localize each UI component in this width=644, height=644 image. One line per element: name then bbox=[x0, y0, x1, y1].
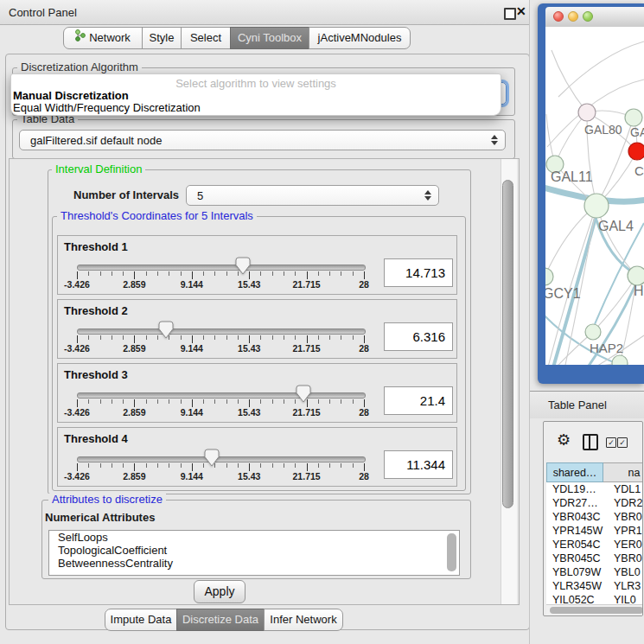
network-node[interactable] bbox=[578, 104, 596, 121]
close-icon[interactable] bbox=[516, 4, 530, 20]
tab-cyni-toolbox-label: Cyni Toolbox bbox=[238, 28, 302, 48]
main-scrollbar-thumb[interactable] bbox=[502, 180, 513, 508]
algorithm-dropdown-popup: Select algorithm to view settings Manual… bbox=[10, 73, 501, 116]
table-cell[interactable]: YDR27… bbox=[552, 496, 598, 510]
tick-label: 28 bbox=[359, 343, 369, 354]
tab-select[interactable]: Select bbox=[181, 27, 231, 49]
numerical-attributes-label: Numerical Attributes bbox=[45, 511, 155, 524]
attribute-item[interactable]: SelfLoops bbox=[49, 531, 459, 544]
table-cell[interactable]: YPR1 bbox=[614, 524, 642, 538]
table-horizontal-scrollbar[interactable] bbox=[546, 604, 643, 615]
threshold-1-slider-handle[interactable] bbox=[235, 257, 251, 275]
threshold-2-value-field[interactable]: 6.316 bbox=[384, 322, 453, 351]
close-traffic-light-icon[interactable] bbox=[553, 11, 564, 22]
number-of-intervals-spinner[interactable]: 5 bbox=[186, 185, 439, 206]
table-data-combobox-value: galFiltered.sif default node bbox=[30, 131, 162, 150]
popup-item-manual-discretization[interactable]: Manual Discretization bbox=[13, 89, 129, 102]
slider-major-ticks bbox=[77, 399, 365, 407]
table-cell[interactable]: YLR3 bbox=[614, 579, 641, 593]
table-cell[interactable]: YBR043C bbox=[552, 510, 601, 524]
tab-jactivemnodules-label: jActiveMNodules bbox=[318, 28, 402, 48]
settings-gear-icon[interactable] bbox=[557, 431, 571, 449]
table-cell[interactable]: YBL0 bbox=[614, 565, 641, 579]
table-cell[interactable]: YPR145W bbox=[552, 524, 603, 538]
threshold-4-slider-track[interactable] bbox=[77, 456, 366, 462]
table-row[interactable]: YBL079WYBL0 bbox=[546, 565, 643, 579]
tab-discretize-data[interactable]: Discretize Data bbox=[176, 609, 265, 631]
threshold-3-slider-handle[interactable] bbox=[296, 385, 311, 403]
threshold-4-slider-handle[interactable] bbox=[204, 449, 220, 467]
threshold-3-slider-track[interactable] bbox=[77, 392, 366, 399]
network-canvas[interactable]: GAL80GACGAL11GAL4GCY1HHAP2 bbox=[545, 27, 644, 365]
popup-item-equal-width-frequency[interactable]: Equal Width/Frequency Discretization bbox=[13, 101, 201, 114]
tick-label: 2.859 bbox=[123, 471, 145, 481]
network-node[interactable] bbox=[628, 143, 644, 160]
table-cell[interactable]: YDL1 bbox=[614, 482, 641, 496]
zoom-traffic-light-icon[interactable] bbox=[583, 11, 593, 22]
table-cell[interactable]: YIL0 bbox=[614, 593, 636, 604]
apply-button[interactable]: Apply bbox=[194, 580, 245, 603]
network-node-label: HAP2 bbox=[590, 341, 623, 355]
float-window-icon[interactable] bbox=[504, 8, 516, 20]
threshold-2-slider-track[interactable] bbox=[77, 328, 366, 335]
table-cell[interactable]: YBL079W bbox=[552, 565, 601, 579]
tick-label: 28 bbox=[359, 279, 369, 290]
tab-infer-network[interactable]: Infer Network bbox=[264, 609, 343, 631]
threshold-3-value-field[interactable]: 21.4 bbox=[384, 386, 453, 415]
slider-scale: -3.4262.8599.14415.4321.71528 bbox=[77, 471, 364, 482]
table-row[interactable]: YBR045CYBR0 bbox=[546, 552, 643, 565]
tab-jactivemnodules[interactable]: jActiveMNodules bbox=[309, 27, 411, 49]
network-node[interactable] bbox=[584, 194, 609, 218]
table-cell[interactable]: YBR0 bbox=[614, 552, 642, 565]
tick-label: 9.144 bbox=[181, 279, 203, 290]
table-data-combobox[interactable]: galFiltered.sif default node bbox=[19, 130, 506, 150]
network-node[interactable] bbox=[625, 109, 642, 126]
table-cell[interactable]: YLR345W bbox=[552, 579, 602, 593]
column-layout-icon[interactable] bbox=[583, 434, 598, 450]
tab-style[interactable]: Style bbox=[142, 27, 182, 49]
table-row[interactable]: YDR27…YDR2 bbox=[546, 496, 643, 510]
table-cell[interactable]: YDR2 bbox=[614, 496, 642, 510]
tab-network[interactable]: Network bbox=[63, 27, 143, 49]
column-header-shared[interactable]: shared… bbox=[546, 462, 603, 482]
network-node[interactable] bbox=[585, 324, 601, 340]
slider-scale: -3.4262.8599.14415.4321.71528 bbox=[77, 279, 364, 290]
table-row[interactable]: YBR043CYBR0 bbox=[546, 510, 643, 524]
threshold-4-panel: Threshold 4 -3.4262.8599.14415.4321.7152… bbox=[57, 427, 457, 487]
tick-label: 28 bbox=[359, 471, 369, 481]
threshold-2-slider-handle[interactable] bbox=[158, 321, 174, 339]
table-cell[interactable]: YER054C bbox=[552, 538, 601, 552]
table-row[interactable]: YPR145WYPR1 bbox=[546, 524, 643, 538]
node-table-rows[interactable]: YDL19…YDL1YDR27…YDR2YBR043CYBR0YPR145WYP… bbox=[546, 482, 643, 604]
attribute-item[interactable]: TopologicalCoefficient bbox=[49, 544, 459, 557]
table-horizontal-scrollbar-thumb[interactable] bbox=[550, 607, 643, 614]
network-node[interactable] bbox=[628, 266, 644, 285]
table-row[interactable]: YLR345WYLR3 bbox=[546, 579, 643, 593]
tab-impute-data[interactable]: Impute Data bbox=[105, 609, 177, 631]
table-row[interactable]: YIL052CYIL0 bbox=[546, 593, 643, 604]
network-node[interactable] bbox=[612, 355, 628, 365]
numerical-attributes-list[interactable]: SelfLoopsTopologicalCoefficientBetweenne… bbox=[48, 530, 460, 576]
table-cell[interactable]: YDL19… bbox=[552, 482, 596, 496]
table-row[interactable]: YDL19…YDL1 bbox=[546, 482, 643, 496]
network-window-titlebar[interactable] bbox=[545, 7, 644, 28]
attributes-list-scrollbar[interactable] bbox=[447, 533, 456, 571]
network-node-label: C bbox=[634, 163, 644, 178]
table-cell[interactable]: YIL052C bbox=[552, 593, 595, 604]
table-cell[interactable]: YBR045C bbox=[552, 552, 601, 565]
table-cell[interactable]: YER0 bbox=[614, 538, 642, 552]
network-node[interactable] bbox=[545, 268, 553, 285]
threshold-1-value-field[interactable]: 14.713 bbox=[384, 258, 453, 287]
checkbox-icon[interactable] bbox=[606, 437, 616, 448]
attribute-item[interactable]: BetweennessCentrality bbox=[49, 557, 459, 570]
tab-cyni-toolbox[interactable]: Cyni Toolbox bbox=[230, 27, 309, 49]
column-header-name[interactable]: na bbox=[603, 462, 643, 482]
minimize-traffic-light-icon[interactable] bbox=[568, 11, 578, 22]
table-cell[interactable]: YBR0 bbox=[614, 510, 642, 524]
table-row[interactable]: YER054CYER0 bbox=[546, 538, 643, 552]
threshold-1-slider-track[interactable] bbox=[77, 265, 366, 271]
threshold-3-panel: Threshold 3 -3.4262.8599.14415.4321.7152… bbox=[57, 363, 457, 423]
tab-infer-network-label: Infer Network bbox=[270, 609, 336, 630]
checkbox-icon[interactable] bbox=[617, 437, 628, 448]
threshold-4-value-field[interactable]: 11.344 bbox=[384, 450, 453, 479]
